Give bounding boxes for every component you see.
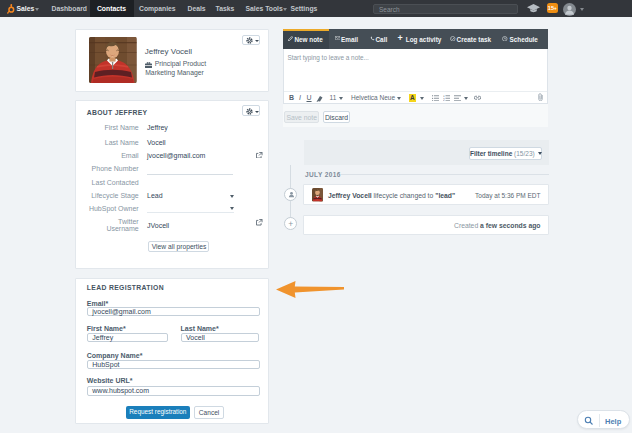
svg-text:2: 2	[443, 98, 445, 101]
